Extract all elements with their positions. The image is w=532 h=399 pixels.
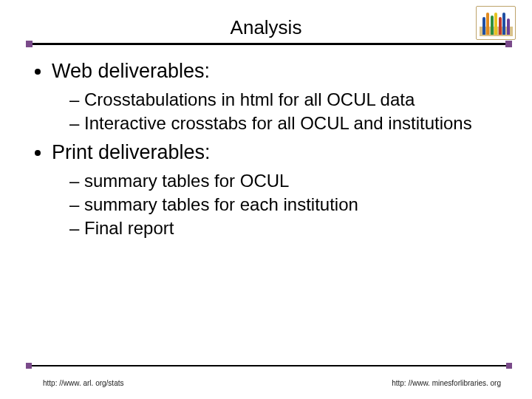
bullet-label: Print deliverables:	[52, 141, 211, 163]
footer-right-url: http: //www. minesforlibraries. org	[392, 379, 501, 387]
divider-knob-icon	[505, 41, 512, 47]
bullet-print: Print deliverables: summary tables for O…	[52, 140, 499, 239]
sub-bullet: Final report	[69, 217, 499, 239]
slide-title: Analysis	[231, 16, 302, 38]
divider-knob-icon	[26, 41, 33, 47]
content: Web deliverables: Crosstabulations in ht…	[33, 59, 499, 245]
divider-top	[27, 43, 511, 45]
divider-knob-icon	[506, 363, 512, 369]
sub-bullet: Interactive crosstabs for all OCUL and i…	[69, 112, 499, 134]
footer-left-url: http: //www. arl. org/stats	[43, 379, 123, 387]
sub-bullet: Crosstabulations in html for all OCUL da…	[69, 89, 499, 111]
divider-bottom	[27, 365, 511, 366]
divider-knob-icon	[26, 363, 32, 369]
footer: http: //www. arl. org/stats http: //www.…	[43, 379, 501, 387]
sub-bullet: summary tables for OCUL	[69, 170, 499, 192]
sub-bullet: summary tables for each institution	[69, 194, 499, 216]
bullet-web: Web deliverables: Crosstabulations in ht…	[52, 59, 499, 134]
slide: Analysis Web deliverables: Crosstabulati…	[0, 0, 532, 399]
title-row: Analysis	[0, 16, 532, 39]
bullet-label: Web deliverables:	[52, 60, 210, 82]
